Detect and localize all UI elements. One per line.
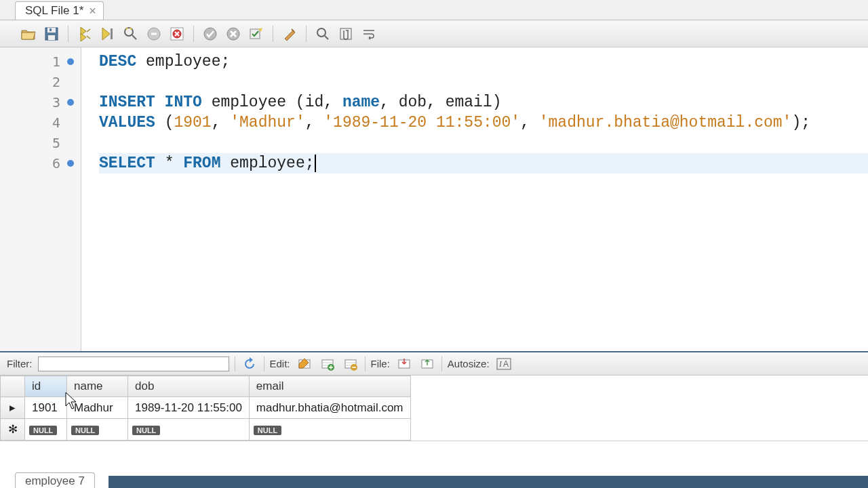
tab-title: SQL File 1* [25,4,83,18]
autosize-label: Autosize: [448,358,490,369]
code-line[interactable]: VALUES (1901, 'Madhur', '1989-11-20 11:5… [99,113,868,133]
results-toolbar: Filter: Edit: File: Autosize: IA [0,352,868,375]
rollback-icon[interactable] [224,24,243,43]
cell[interactable]: 1901 [25,397,67,419]
column-header[interactable]: id [25,376,67,397]
cell[interactable]: Madhur [67,397,128,419]
column-header[interactable]: name [67,376,128,397]
table-row[interactable]: ▸1901Madhur1989-11-20 11:55:00madhur.bha… [1,397,411,419]
stop-icon[interactable] [144,24,163,43]
line-number: 2 [0,72,81,92]
commit-icon[interactable] [201,24,220,43]
row-marker: ▸ [1,397,25,419]
code-line[interactable] [99,72,868,92]
stop-query-icon[interactable] [167,24,186,43]
autocommit-icon[interactable] [247,24,266,43]
beautify-icon[interactable] [280,24,299,43]
result-table[interactable]: idnamedobemail ▸1901Madhur1989-11-20 11:… [0,375,411,441]
editor-toolbar [0,20,868,47]
footer-strip [108,476,868,488]
code-line[interactable]: INSERT INTO employee (id, name, dob, ema… [99,92,868,113]
execute-current-icon[interactable] [98,24,117,43]
cell[interactable]: NULL [128,419,250,441]
cell[interactable]: 1989-11-20 11:55:00 [128,397,250,419]
delete-row-icon[interactable] [342,355,359,373]
line-number: 1 [0,52,81,72]
cell[interactable]: NULL [25,419,67,441]
filter-label: Filter: [7,358,33,369]
autosize-icon[interactable]: IA [495,355,513,373]
svg-text:I: I [498,359,502,369]
close-icon[interactable]: × [89,5,96,17]
row-header-corner [1,376,25,397]
explain-icon[interactable] [121,24,140,43]
column-header[interactable]: email [249,376,410,397]
cell[interactable]: NULL [67,419,128,441]
table-row[interactable]: ✻NULLNULLNULLNULL [1,419,411,441]
line-number: 4 [0,113,81,133]
line-gutter: 123456 [0,47,81,351]
result-tab[interactable]: employee 7 [15,472,95,488]
code-line[interactable] [99,133,868,153]
open-icon[interactable] [19,24,38,43]
show-invisible-icon[interactable] [336,24,355,43]
line-number: 6 [0,153,81,174]
svg-rect-3 [50,28,52,31]
refresh-icon[interactable] [241,355,258,373]
save-icon[interactable] [42,24,61,43]
svg-text:A: A [503,359,509,369]
svg-rect-11 [250,29,260,39]
sql-editor: 123456 DESC employee;INSERT INTO employe… [0,47,868,352]
svg-rect-2 [48,35,55,40]
code-line[interactable]: DESC employee; [99,52,868,72]
file-tab[interactable]: SQL File 1* × [15,1,104,20]
result-grid: idnamedobemail ▸1901Madhur1989-11-20 11:… [0,375,868,441]
code-line[interactable]: SELECT * FROM employee; [99,153,868,174]
line-number: 3 [0,92,81,113]
svg-rect-4 [111,28,113,39]
edit-row-icon[interactable] [296,355,313,373]
code-area[interactable]: DESC employee;INSERT INTO employee (id, … [81,47,868,351]
column-header[interactable]: dob [128,376,250,397]
cell[interactable]: madhur.bhatia@hotmail.com [249,397,410,419]
filter-input[interactable] [38,357,229,371]
header-row: idnamedobemail [1,376,411,397]
line-number: 5 [0,133,81,153]
import-icon[interactable] [418,355,436,373]
svg-point-12 [317,28,326,37]
cell[interactable]: NULL [249,419,410,441]
wrap-icon[interactable] [359,24,378,43]
execute-icon[interactable] [75,24,94,43]
export-icon[interactable] [395,355,413,373]
zoom-icon[interactable] [313,24,332,43]
tab-bar: SQL File 1* × [0,0,868,20]
row-marker: ✻ [1,419,25,441]
file-label: File: [371,358,390,369]
add-row-icon[interactable] [319,355,336,373]
edit-label: Edit: [270,358,290,369]
